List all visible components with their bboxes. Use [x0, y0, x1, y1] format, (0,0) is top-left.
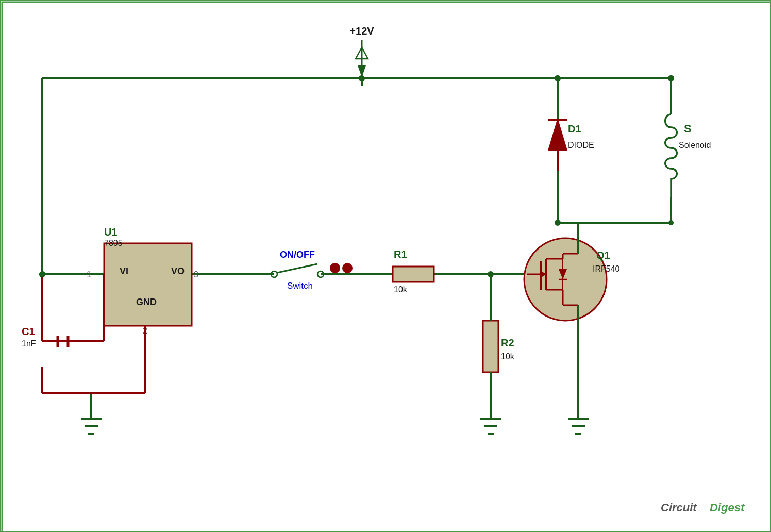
svg-text:D1: D1	[568, 123, 581, 135]
switch-sublabel: Switch	[287, 281, 313, 291]
svg-text:U1: U1	[104, 226, 118, 238]
circuit-diagram: +12V VI VO GND U1 7805 1 3 2 C1 1nF	[0, 0, 771, 532]
svg-text:VI: VI	[120, 266, 128, 276]
svg-point-109	[555, 75, 561, 81]
svg-text:Solenoid: Solenoid	[679, 141, 711, 149]
switch-label: ON/OFF	[280, 250, 315, 260]
svg-text:7805: 7805	[104, 239, 123, 247]
svg-text:S: S	[684, 122, 692, 135]
svg-point-103	[668, 220, 674, 225]
svg-text:3: 3	[194, 270, 198, 279]
svg-text:R2: R2	[501, 337, 514, 348]
svg-point-107	[39, 271, 45, 277]
svg-point-71	[330, 263, 340, 273]
svg-point-110	[668, 75, 674, 81]
svg-point-108	[359, 75, 365, 81]
voltage-label: +12V	[349, 25, 374, 37]
svg-text:GND: GND	[136, 297, 157, 307]
svg-text:R1: R1	[394, 248, 407, 260]
u1-body	[104, 243, 192, 326]
r1-body	[393, 267, 434, 282]
svg-point-72	[342, 263, 353, 273]
svg-text:Q1: Q1	[596, 250, 610, 261]
svg-text:IRF540: IRF540	[593, 264, 620, 273]
svg-text:VO: VO	[171, 266, 185, 276]
svg-text:10k: 10k	[394, 285, 408, 294]
brand-circuit: Circuit	[661, 501, 697, 514]
svg-text:10k: 10k	[501, 352, 515, 361]
brand-digest: Digest	[710, 501, 745, 514]
svg-text:DIODE: DIODE	[568, 141, 594, 149]
svg-text:C1: C1	[22, 326, 35, 337]
svg-text:1: 1	[87, 270, 91, 279]
r2-body	[483, 321, 498, 372]
svg-text:1nF: 1nF	[22, 339, 36, 348]
